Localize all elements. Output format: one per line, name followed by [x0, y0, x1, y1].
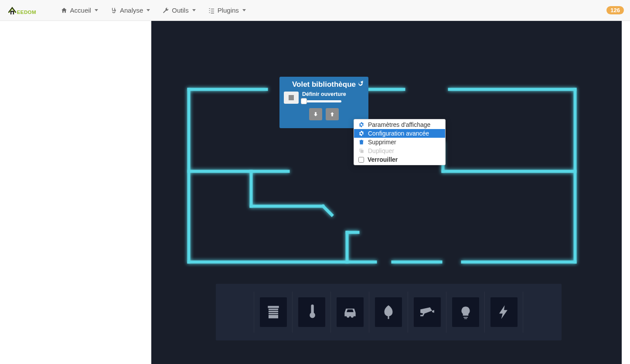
stethoscope-icon	[110, 7, 117, 14]
arrow-down-icon	[313, 111, 319, 117]
refresh-icon[interactable]	[357, 80, 364, 87]
home-icon	[61, 7, 68, 14]
tool-camera[interactable]	[414, 297, 441, 327]
svg-rect-1	[11, 12, 13, 14]
gear-icon	[358, 130, 364, 136]
ctx-delete[interactable]: Supprimer	[354, 138, 445, 146]
context-menu: Paramètres d'affichage Configuration ava…	[354, 119, 446, 165]
notification-badge[interactable]: 126	[606, 6, 624, 14]
ctx-advanced-config[interactable]: Configuration avancée	[354, 129, 445, 138]
bottom-toolbar	[216, 284, 562, 340]
ctx-display-params-label: Paramètres d'affichage	[368, 121, 430, 128]
tool-tree[interactable]	[375, 297, 402, 327]
nav-outils-label: Outils	[172, 7, 188, 14]
tool-light[interactable]	[452, 297, 479, 327]
ctx-lock[interactable]: Verrouiller	[354, 155, 445, 164]
ctx-lock-label: Verrouiller	[368, 156, 398, 163]
ctx-delete-label: Supprimer	[368, 139, 396, 146]
nav-analyse-label: Analyse	[120, 7, 143, 14]
ctx-advanced-config-label: Configuration avancée	[368, 130, 429, 137]
ctx-duplicate-label: Dupliquer	[368, 147, 394, 154]
brand-logo[interactable]: EEDOM	[6, 4, 46, 17]
design-canvas[interactable]: Volet bibliothèque Définir ouverture Par…	[151, 21, 622, 364]
svg-rect-6	[269, 313, 278, 314]
jeedom-logo-icon: EEDOM	[6, 4, 46, 17]
shutter-icon	[265, 304, 282, 320]
svg-point-8	[311, 315, 314, 318]
tool-car[interactable]	[337, 297, 364, 327]
list-check-icon	[208, 7, 215, 14]
cctv-icon	[419, 304, 436, 320]
copy-icon	[358, 148, 364, 154]
slider-label: Définir ouverture	[302, 92, 364, 98]
toolbar-pad	[216, 284, 254, 340]
car-icon	[342, 304, 358, 320]
caret-icon	[192, 9, 196, 11]
lock-checkbox[interactable]	[358, 157, 364, 163]
ctx-duplicate: Dupliquer	[354, 146, 445, 155]
tool-thermo[interactable]	[298, 297, 325, 327]
tool-bolt[interactable]	[490, 297, 518, 327]
nav-plugins[interactable]: Plugins	[202, 0, 252, 20]
nav-accueil[interactable]: Accueil	[54, 0, 104, 20]
up-button[interactable]	[326, 108, 339, 120]
stop-button[interactable]	[284, 92, 299, 104]
bolt-icon	[496, 304, 512, 320]
tool-shutter[interactable]	[260, 297, 287, 327]
navbar: EEDOM Accueil Analyse Outils Plugins 126	[0, 0, 630, 21]
trash-icon	[358, 139, 364, 145]
lightbulb-icon	[457, 304, 474, 320]
thermometer-icon	[303, 304, 320, 320]
widget-title: Volet bibliothèque	[292, 80, 356, 89]
arrow-up-icon	[329, 111, 335, 117]
svg-rect-5	[269, 311, 278, 312]
svg-text:EEDOM: EEDOM	[17, 10, 36, 15]
nav-accueil-label: Accueil	[70, 7, 91, 14]
stop-icon	[289, 95, 294, 100]
nav-plugins-label: Plugins	[218, 7, 239, 14]
caret-icon	[146, 9, 150, 11]
caret-icon	[242, 9, 246, 11]
svg-rect-3	[268, 306, 279, 308]
slider-knob[interactable]	[301, 98, 307, 104]
nav-analyse[interactable]: Analyse	[104, 0, 156, 20]
svg-rect-7	[269, 315, 278, 318]
toolbar-pad	[523, 284, 562, 340]
down-button[interactable]	[309, 108, 322, 120]
wrench-icon	[162, 7, 169, 14]
caret-icon	[95, 9, 98, 11]
ctx-display-params[interactable]: Paramètres d'affichage	[354, 120, 445, 129]
opening-slider[interactable]	[302, 100, 341, 102]
svg-rect-4	[269, 309, 278, 310]
gears-icon	[358, 122, 364, 128]
nav-outils[interactable]: Outils	[156, 0, 201, 20]
tree-icon	[380, 304, 397, 320]
floorplan	[184, 84, 580, 267]
svg-rect-9	[312, 306, 313, 314]
